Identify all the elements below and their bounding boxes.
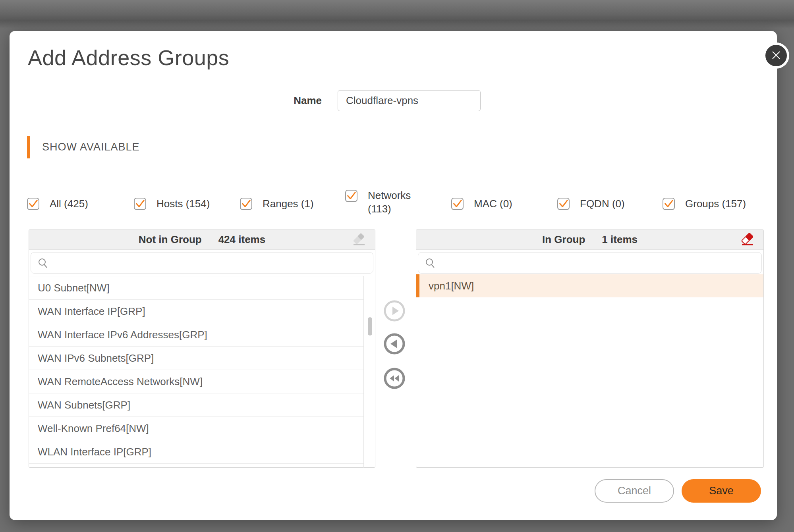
list-item[interactable]: WAN Subnets[GRP] bbox=[29, 393, 363, 417]
filter-label: Networks (113) bbox=[368, 189, 420, 216]
filter-checkbox[interactable]: FQDN (0) bbox=[557, 198, 625, 210]
list-item[interactable]: Well-Known Pref64[NW] bbox=[29, 417, 363, 440]
close-icon bbox=[770, 49, 782, 62]
list-item[interactable]: WAN RemoteAccess Networks[NW] bbox=[29, 370, 363, 393]
search-icon bbox=[37, 258, 48, 270]
double-arrow-left-icon bbox=[384, 384, 405, 390]
filter-checkbox[interactable]: MAC (0) bbox=[451, 198, 512, 210]
list-item-label: WAN Interface IPv6 Addresses[GRP] bbox=[38, 329, 207, 341]
not-in-group-search bbox=[31, 252, 373, 274]
list-item-label: Well-Known Pref64[NW] bbox=[38, 422, 149, 434]
clear-selection-button[interactable] bbox=[352, 233, 366, 247]
save-button[interactable]: Save bbox=[682, 479, 761, 503]
not-in-group-panel: Not in Group 424 items bbox=[29, 229, 375, 468]
in-group-count: 1 items bbox=[602, 233, 638, 246]
filter-checkbox[interactable]: Hosts (154) bbox=[134, 198, 210, 210]
list-item[interactable]: WAN IPv6 Subnets[GRP] bbox=[29, 347, 363, 370]
not-in-group-title: Not in Group bbox=[139, 233, 202, 246]
move-right-button[interactable] bbox=[384, 300, 405, 322]
move-left-button[interactable] bbox=[384, 333, 405, 355]
close-button[interactable] bbox=[763, 42, 789, 69]
cancel-button[interactable]: Cancel bbox=[595, 479, 674, 503]
section-title: SHOW AVAILABLE bbox=[42, 141, 140, 153]
list-item-label: WAN RemoteAccess Networks[NW] bbox=[38, 376, 203, 387]
checkbox-checked-icon bbox=[663, 198, 675, 210]
checkbox-checked-icon bbox=[557, 198, 570, 210]
not-in-group-count: 424 items bbox=[218, 233, 266, 246]
not-in-group-header: Not in Group 424 items bbox=[29, 230, 375, 250]
filter-checkbox[interactable]: All (425) bbox=[27, 198, 88, 210]
filter-checkbox[interactable]: Groups (157) bbox=[663, 198, 746, 210]
checkbox-checked-icon bbox=[451, 198, 464, 210]
eraser-red-icon bbox=[740, 243, 755, 249]
arrow-right-icon bbox=[384, 317, 405, 323]
filter-checkbox[interactable]: Ranges (1) bbox=[240, 198, 314, 210]
in-group-search bbox=[418, 252, 762, 274]
list-item[interactable]: WAN Interface IPv6 Addresses[GRP] bbox=[29, 323, 363, 347]
list-item[interactable]: WAN Interface IP[GRP] bbox=[29, 300, 363, 323]
filter-label: Groups (157) bbox=[685, 198, 746, 210]
checkbox-checked-icon bbox=[134, 198, 146, 210]
dialog-title: Add Address Groups bbox=[28, 45, 229, 70]
filter-label: MAC (0) bbox=[474, 198, 512, 210]
arrow-left-icon bbox=[384, 350, 405, 356]
section-accent-bar bbox=[27, 136, 30, 158]
filter-label: FQDN (0) bbox=[580, 198, 625, 210]
search-icon bbox=[425, 258, 436, 270]
add-address-groups-dialog: Add Address Groups Name SHOW AVAILABLE A… bbox=[10, 31, 777, 520]
checkbox-checked-icon bbox=[345, 190, 357, 202]
eraser-icon bbox=[352, 243, 366, 249]
selected-list-item[interactable]: vpn1[NW] bbox=[416, 274, 763, 297]
in-group-search-input[interactable] bbox=[439, 253, 758, 273]
selected-item-label: vpn1[NW] bbox=[429, 280, 474, 292]
list-item[interactable]: WLAN Interface IP[GRP] bbox=[29, 440, 363, 464]
list-item-label: U0 Subnet[NW] bbox=[38, 282, 110, 294]
scrollbar-thumb[interactable] bbox=[368, 317, 372, 335]
move-all-left-button[interactable] bbox=[384, 368, 405, 389]
clear-group-button[interactable] bbox=[740, 233, 755, 247]
checkbox-checked-icon bbox=[240, 198, 252, 210]
list-item-label: WLAN Interface IP[GRP] bbox=[38, 446, 151, 458]
filter-label: Ranges (1) bbox=[263, 198, 314, 210]
show-available-header: SHOW AVAILABLE bbox=[27, 136, 140, 158]
list-item-label: WAN Subnets[GRP] bbox=[38, 399, 130, 411]
filter-label: Hosts (154) bbox=[156, 198, 210, 210]
in-group-list: vpn1[NW] bbox=[416, 274, 763, 297]
list-item-label: WAN Interface IP[GRP] bbox=[38, 305, 145, 317]
in-group-panel: In Group 1 items bbox=[416, 229, 764, 468]
list-item[interactable]: U0 Subnet[NW] bbox=[29, 276, 363, 300]
filter-checkbox[interactable]: Networks (113) bbox=[345, 190, 420, 216]
in-group-title: In Group bbox=[542, 233, 585, 246]
not-in-group-search-input[interactable] bbox=[52, 253, 370, 273]
not-in-group-list: U0 Subnet[NW] WAN Interface IP[GRP] WAN … bbox=[29, 276, 364, 468]
filter-label: All (425) bbox=[50, 198, 88, 210]
name-input[interactable] bbox=[338, 90, 481, 111]
in-group-header: In Group 1 items bbox=[416, 230, 763, 250]
checkbox-checked-icon bbox=[27, 198, 39, 210]
name-label: Name bbox=[250, 90, 322, 111]
list-item-label: WAN IPv6 Subnets[GRP] bbox=[38, 352, 154, 364]
